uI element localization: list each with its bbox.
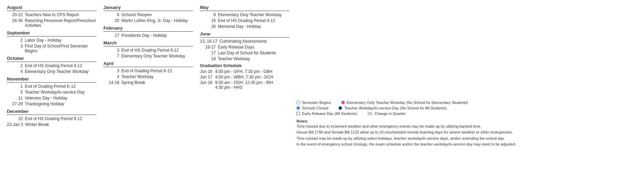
event-row: 5Teacher Workday/In-service Day xyxy=(7,90,97,95)
grad-row: Jun 164:00 pm - GFH; 7:30 pm - GBH xyxy=(200,69,290,74)
event-date: 4 xyxy=(7,69,25,74)
circle-pink-icon xyxy=(341,101,345,104)
legend-item-semester: Semester Begins xyxy=(296,100,331,105)
month-header: January xyxy=(103,3,193,11)
event-desc: Teacher Workday xyxy=(121,74,193,79)
month-section-june: June13, 16-17Culminating Assessments16-1… xyxy=(200,30,290,61)
grad-date: Jun 18 xyxy=(200,80,215,90)
notes-section: Notes: Time missed due to inclement weat… xyxy=(296,119,637,147)
month-header: November xyxy=(7,75,97,83)
month-section-february: February17Presidents Day - Holiday xyxy=(103,24,193,38)
event-desc: Spring Break xyxy=(121,80,193,85)
event-row: 11Veterans Day - Holiday xyxy=(7,96,97,100)
event-row: 26-30Returning Personnel Report/Preschoo… xyxy=(7,18,97,28)
grad-date: Jun 16 xyxy=(200,69,215,74)
event-row: 3First Day of School/First Semester Begi… xyxy=(7,44,97,53)
event-desc: Last Day of School for Students xyxy=(218,51,290,55)
legend-row-1: Semester Begins Elementary Only Teacher … xyxy=(296,100,637,105)
event-desc: First Day of School/First Semester Begin… xyxy=(25,44,97,53)
event-desc: End of Grading Period K-12 xyxy=(25,84,97,89)
event-date: 14-18 xyxy=(103,80,121,85)
event-row: 16-17Early Release Days xyxy=(200,45,290,50)
event-row: 15End of HS Grading Period 9-12 xyxy=(200,18,290,23)
month-section-january: January6Schools Reopen20Martin Luther Ki… xyxy=(103,3,193,23)
rect-gray-icon xyxy=(368,112,372,115)
legend-label-elementary: Elementary Only Teacher Workday (No Scho… xyxy=(347,100,468,105)
square-icon xyxy=(296,112,300,115)
event-date: 2 xyxy=(7,38,25,43)
event-row: 23-Jan 3Winter Break xyxy=(7,122,97,127)
event-desc: Schools Reopen xyxy=(121,12,193,17)
month-header: April xyxy=(103,60,193,67)
event-date: 17 xyxy=(200,51,218,55)
event-row: 1End of Grading Period K-12 xyxy=(7,84,97,89)
event-desc: Veterans Day - Holiday xyxy=(25,96,97,100)
event-date: 13, 16-17 xyxy=(200,39,220,44)
event-date: 7 xyxy=(103,54,121,58)
event-date: 10 xyxy=(7,116,25,121)
event-row: 27-29Thanksgiving Holiday xyxy=(7,102,97,106)
grad-row: Jun 174:00 pm - WBH; 7:30 pm - DCH xyxy=(200,75,290,79)
event-desc: End of HS Grading Period 9-12 xyxy=(25,116,97,121)
event-row: 20Martin Luther King, Jr. Day - Holiday xyxy=(103,18,193,23)
event-row: 7Elementary Only Teacher Workday xyxy=(103,54,193,58)
legend-item-schools-closed: Schools Closed xyxy=(296,106,328,110)
event-date: 2 xyxy=(7,63,25,68)
event-desc: End of HS Grading Period 9-12 xyxy=(218,18,290,23)
event-row: 2End of HS Grading Period 9-12 xyxy=(7,63,97,68)
event-desc: Returning Personnel Report/Preschool Act… xyxy=(25,18,97,28)
event-row: 3End of HS Grading Period 9-12 xyxy=(103,48,193,53)
mid-column: January6Schools Reopen20Martin Luther Ki… xyxy=(103,3,193,147)
grad-row: Jun 189:30 am - OSH; 12:45 pm - IRH 4:30… xyxy=(200,80,290,90)
event-desc: Presidents Day - Holiday xyxy=(121,33,193,38)
event-row: 18Teacher Workday xyxy=(200,56,290,61)
event-date: 3 xyxy=(103,68,121,73)
event-date: 26 xyxy=(200,24,218,29)
event-date: 6 xyxy=(103,12,121,17)
event-desc: Elementary Only Teacher Workday xyxy=(121,54,193,58)
month-header: September xyxy=(7,29,97,36)
event-desc: Teacher Workday/In-service Day xyxy=(25,90,97,95)
notes-title: Notes: xyxy=(296,119,637,123)
month-header: February xyxy=(103,24,193,32)
grad-desc: 4:00 pm - GFH; 7:30 pm - GBH xyxy=(215,69,290,74)
event-desc: Teachers New to CPS Report xyxy=(25,12,97,17)
event-date: 18 xyxy=(200,56,218,61)
event-desc: Memorial Day - Holiday xyxy=(218,24,290,29)
month-section-october: October2End of HS Grading Period 9-124El… xyxy=(7,54,97,74)
event-date: 5 xyxy=(7,90,25,95)
legend-item-early-release: Early Release Day (All Students) xyxy=(296,111,357,116)
notes-line: Time missed due to inclement weather and… xyxy=(296,124,637,129)
legend-label-schools-closed: Schools Closed xyxy=(302,106,328,110)
month-section-march: March3End of HS Grading Period 9-127Elem… xyxy=(103,39,193,58)
month-header: October xyxy=(7,54,97,62)
month-section-may: May9Elementary Only Teacher Workday15End… xyxy=(200,3,290,29)
event-date: 26-30 xyxy=(7,18,25,23)
legend-label-change-quarter: Change in Quarter xyxy=(374,111,406,116)
event-desc: Thanksgiving Holiday xyxy=(25,102,97,106)
notes-lines: Time missed due to inclement weather and… xyxy=(296,124,637,147)
event-row: 13, 16-17Culminating Assessments xyxy=(200,39,290,44)
month-section-september: September2Labor Day - Holiday3First Day … xyxy=(7,29,97,53)
event-date: 15 xyxy=(200,18,218,23)
event-date: 9 xyxy=(200,12,218,17)
legend-item-elementary: Elementary Only Teacher Workday (No Scho… xyxy=(341,100,468,105)
event-row: 3End of Grading Period K-12 xyxy=(103,68,193,73)
event-desc: End of Grading Period K-12 xyxy=(121,68,193,73)
event-row: 26Memorial Day - Holiday xyxy=(200,24,290,29)
event-date: 1 xyxy=(7,84,25,89)
circle-darkblue-icon xyxy=(339,106,342,110)
notes-line: In the event of emergency school closing… xyxy=(296,142,637,147)
grad-desc: 4:00 pm - WBH; 7:30 pm - DCH xyxy=(215,75,290,79)
bottom-section: Semester Begins Elementary Only Teacher … xyxy=(296,3,637,147)
event-date: 17 xyxy=(103,33,121,38)
month-section-december: December10End of HS Grading Period 9-122… xyxy=(7,107,97,127)
event-date: 20 xyxy=(103,18,121,23)
event-desc: Elementary Only Teacher Workday xyxy=(218,12,290,17)
event-date: 3 xyxy=(7,44,25,49)
graduation-section: Graduation ScheduleJun 164:00 pm - GFH; … xyxy=(200,63,290,90)
event-desc: Winter Break xyxy=(25,122,97,127)
legend-row-2: Schools Closed Teacher Workday/In-servic… xyxy=(296,106,637,110)
event-desc: End of HS Grading Period 9-12 xyxy=(121,48,193,53)
event-date: 16-17 xyxy=(200,45,218,50)
